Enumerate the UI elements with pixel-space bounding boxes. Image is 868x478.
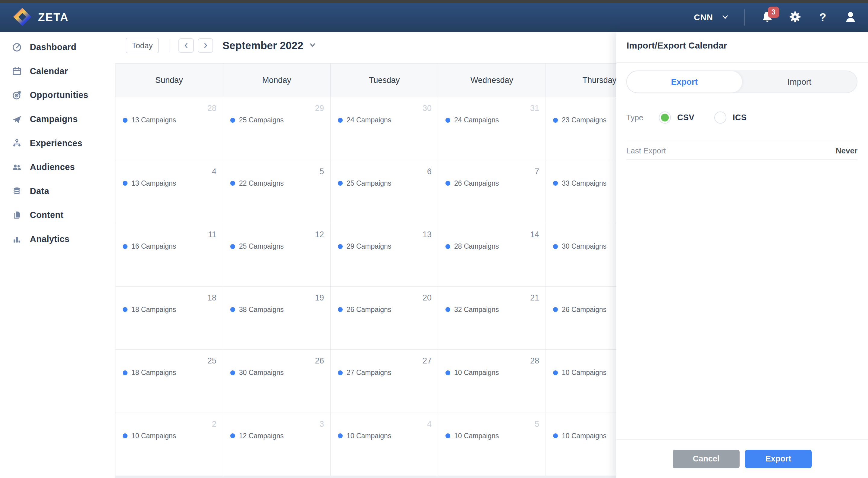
calendar-day-cell[interactable]: 210 Campaigns [116, 413, 223, 476]
event-label: 10 Campaigns [562, 432, 607, 440]
campaign-event[interactable]: 25 Campaigns [230, 242, 284, 250]
cancel-button[interactable]: Cancel [673, 450, 740, 468]
sidebar-item-analytics[interactable]: Analytics [0, 227, 115, 251]
sidebar-item-audiences[interactable]: Audiences [0, 155, 115, 179]
campaign-event[interactable]: 25 Campaigns [230, 116, 284, 124]
event-label: 23 Campaigns [562, 116, 607, 124]
campaign-event[interactable]: 27 Campaigns [338, 369, 391, 377]
campaign-event[interactable]: 26 Campaigns [445, 179, 499, 188]
campaign-event[interactable]: 10 Campaigns [445, 432, 499, 440]
calendar-day-cell[interactable]: 3124 Campaigns [438, 97, 546, 160]
prev-month-button[interactable] [179, 38, 194, 53]
calendar-day-cell[interactable]: 1329 Campaigns [331, 223, 438, 287]
gear-icon [788, 10, 802, 25]
campaign-event[interactable]: 33 Campaigns [553, 179, 607, 188]
calendar-day-cell[interactable]: 625 Campaigns [331, 160, 438, 224]
campaign-event[interactable]: 10 Campaigns [553, 369, 607, 377]
calendar-day-cell[interactable]: 1116 Campaigns [116, 223, 223, 287]
month-selector[interactable]: September 2022 [222, 36, 316, 56]
campaign-event[interactable]: 10 Campaigns [123, 432, 176, 440]
day-number: 12 [315, 230, 324, 239]
campaign-event[interactable]: 29 Campaigns [338, 242, 391, 250]
sidebar-item-campaigns[interactable]: Campaigns [0, 107, 115, 131]
campaign-event[interactable]: 24 Campaigns [445, 116, 499, 124]
event-label: 27 Campaigns [347, 369, 391, 377]
calendar-day-cell[interactable]: 2925 Campaigns [223, 97, 331, 160]
sidebar-item-experiences[interactable]: Experiences [0, 131, 115, 155]
ics-radio[interactable] [714, 111, 726, 124]
calendar-week-row: 210 Campaigns312 Campaigns410 Campaigns5… [116, 413, 653, 476]
campaign-event[interactable]: 18 Campaigns [123, 306, 176, 314]
sidebar-item-content[interactable]: Content [0, 203, 115, 227]
calendar-day-cell[interactable]: 312 Campaigns [223, 413, 331, 476]
user-menu-button[interactable] [843, 10, 858, 25]
day-number: 14 [530, 230, 539, 239]
campaign-event[interactable]: 30 Campaigns [553, 242, 607, 250]
event-dot-icon [230, 244, 235, 249]
campaign-event[interactable]: 23 Campaigns [553, 116, 607, 124]
notifications-button[interactable]: 3 [760, 10, 775, 25]
help-button[interactable]: ? [815, 10, 830, 25]
today-button[interactable]: Today [126, 38, 159, 53]
type-option-csv[interactable]: CSV [659, 111, 694, 124]
campaign-event[interactable]: 18 Campaigns [123, 369, 176, 377]
calendar-day-cell[interactable]: 2810 Campaigns [438, 350, 546, 413]
campaign-event[interactable]: 16 Campaigns [123, 242, 176, 250]
settings-button[interactable] [788, 10, 802, 25]
calendar-day-cell[interactable]: 2630 Campaigns [223, 350, 331, 413]
export-button[interactable]: Export [745, 450, 812, 468]
event-dot-icon [230, 371, 235, 375]
calendar-day-cell[interactable]: 2518 Campaigns [116, 350, 223, 413]
sidebar-item-dashboard[interactable]: Dashboard [0, 35, 115, 59]
next-month-button[interactable] [198, 38, 213, 53]
campaign-event[interactable]: 28 Campaigns [445, 242, 499, 250]
account-switcher[interactable]: CNN [694, 13, 730, 22]
campaign-event[interactable]: 30 Campaigns [230, 369, 284, 377]
calendar-day-cell[interactable]: 510 Campaigns [438, 413, 546, 476]
calendar-day-cell[interactable]: 1428 Campaigns [438, 223, 546, 287]
calendar-day-cell[interactable]: 2727 Campaigns [331, 350, 438, 413]
campaign-event[interactable]: 25 Campaigns [338, 179, 391, 188]
campaign-event[interactable]: 22 Campaigns [230, 179, 284, 188]
calendar-day-cell[interactable]: 2026 Campaigns [331, 287, 438, 350]
tab-import[interactable]: Import [742, 71, 857, 93]
campaign-event[interactable]: 12 Campaigns [230, 432, 284, 440]
day-number: 5 [535, 419, 539, 429]
csv-radio[interactable] [659, 111, 671, 124]
event-dot-icon [123, 434, 127, 438]
calendar-day-cell[interactable]: 1938 Campaigns [223, 287, 331, 350]
calendar-toolbar: Today September 2022 [115, 32, 616, 63]
event-label: 26 Campaigns [562, 306, 607, 314]
calendar-day-cell[interactable]: 1818 Campaigns [116, 287, 223, 350]
calendar-day-cell[interactable]: 3024 Campaigns [331, 97, 438, 160]
event-label: 13 Campaigns [131, 179, 176, 188]
campaign-event[interactable]: 10 Campaigns [338, 432, 391, 440]
campaign-event[interactable]: 24 Campaigns [338, 116, 391, 124]
brand[interactable]: ZETA [13, 7, 69, 28]
calendar-day-cell[interactable]: 726 Campaigns [438, 160, 546, 224]
campaign-event[interactable]: 13 Campaigns [123, 116, 176, 124]
tab-export[interactable]: Export [627, 71, 742, 93]
sidebar-item-data[interactable]: Data [0, 179, 115, 203]
event-dot-icon [230, 434, 235, 438]
campaign-event[interactable]: 10 Campaigns [553, 432, 607, 440]
calendar-day-cell[interactable]: 2813 Campaigns [116, 97, 223, 160]
event-dot-icon [553, 307, 558, 312]
campaign-event[interactable]: 26 Campaigns [338, 306, 391, 314]
sidebar-item-calendar[interactable]: Calendar [0, 59, 115, 84]
day-number: 29 [315, 104, 324, 113]
calendar-week-row: 1818 Campaigns1938 Campaigns2026 Campaig… [116, 287, 653, 350]
sidebar-item-label: Analytics [30, 234, 70, 244]
calendar-day-cell[interactable]: 1225 Campaigns [223, 223, 331, 287]
type-option-ics[interactable]: ICS [714, 111, 747, 124]
campaign-event[interactable]: 13 Campaigns [123, 179, 176, 188]
calendar-day-cell[interactable]: 2132 Campaigns [438, 287, 546, 350]
campaign-event[interactable]: 10 Campaigns [445, 369, 499, 377]
calendar-day-cell[interactable]: 413 Campaigns [116, 160, 223, 224]
campaign-event[interactable]: 32 Campaigns [445, 306, 499, 314]
calendar-day-cell[interactable]: 410 Campaigns [331, 413, 438, 476]
campaign-event[interactable]: 38 Campaigns [230, 306, 284, 314]
campaign-event[interactable]: 26 Campaigns [553, 306, 607, 314]
sidebar-item-opportunities[interactable]: Opportunities [0, 83, 115, 107]
calendar-day-cell[interactable]: 522 Campaigns [223, 160, 331, 224]
